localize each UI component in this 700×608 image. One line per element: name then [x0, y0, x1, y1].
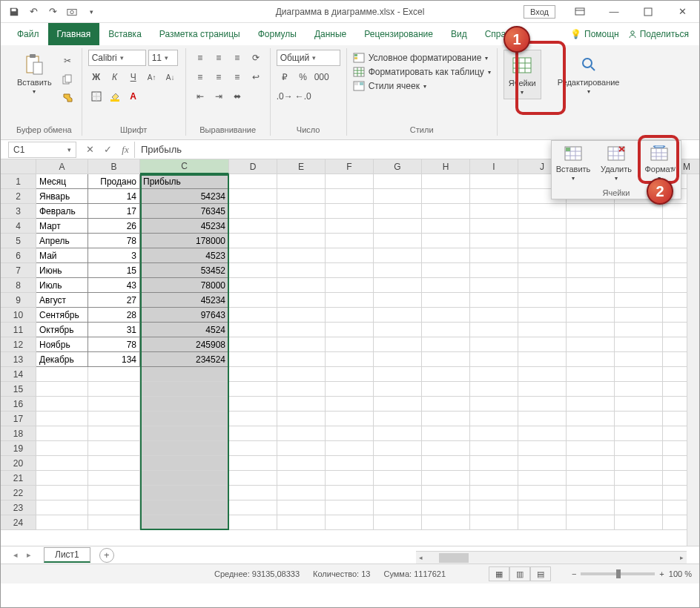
cell[interactable] — [229, 263, 277, 278]
cell[interactable] — [422, 308, 470, 323]
cell[interactable] — [422, 441, 470, 456]
cell[interactable] — [140, 515, 229, 530]
cell[interactable]: Январь — [36, 189, 88, 204]
cell[interactable] — [326, 441, 374, 456]
cell[interactable] — [567, 337, 615, 352]
decrease-decimal-icon[interactable]: ←.0 — [295, 88, 311, 105]
assistant-button[interactable]: 💡 Помощн — [570, 29, 619, 39]
cell[interactable] — [518, 248, 567, 263]
cell[interactable]: 97643 — [140, 308, 229, 323]
decrease-indent-icon[interactable]: ⇤ — [192, 88, 208, 105]
cell[interactable] — [422, 486, 470, 500]
cell[interactable] — [374, 367, 422, 382]
cell[interactable] — [229, 397, 277, 412]
cell[interactable] — [374, 456, 422, 471]
row-header[interactable]: 23 — [1, 500, 36, 515]
cell[interactable] — [567, 248, 615, 263]
cell[interactable] — [567, 219, 615, 234]
cell[interactable]: 17 — [88, 204, 140, 219]
cell[interactable] — [277, 456, 326, 471]
cell[interactable]: 78000 — [140, 278, 229, 293]
cell[interactable] — [422, 352, 470, 367]
cell[interactable] — [470, 308, 518, 323]
row-header[interactable]: 4 — [1, 219, 36, 234]
cell[interactable] — [518, 337, 567, 352]
cell[interactable] — [374, 426, 422, 441]
cell[interactable] — [326, 486, 374, 500]
cell[interactable] — [422, 397, 470, 412]
column-header[interactable]: D — [229, 159, 277, 174]
cell[interactable] — [615, 234, 663, 248]
cell[interactable] — [277, 515, 326, 530]
bold-button[interactable]: Ж — [88, 69, 105, 85]
cell[interactable] — [422, 234, 470, 248]
cell[interactable] — [374, 278, 422, 293]
cell[interactable] — [470, 515, 518, 530]
cell[interactable] — [277, 441, 326, 456]
cell[interactable] — [518, 234, 567, 248]
cell[interactable] — [422, 323, 470, 337]
cell[interactable] — [422, 426, 470, 441]
copy-icon[interactable] — [59, 71, 76, 87]
cell[interactable] — [277, 382, 326, 397]
undo-icon[interactable]: ↶ — [26, 4, 41, 19]
cell[interactable] — [326, 234, 374, 248]
cell[interactable] — [36, 456, 88, 471]
align-bottom-icon[interactable]: ≡ — [229, 50, 245, 66]
merge-icon[interactable]: ⬌ — [229, 88, 245, 105]
cell[interactable] — [518, 382, 567, 397]
cell[interactable]: 4524 — [140, 323, 229, 337]
cancel-formula-icon[interactable]: ✕ — [81, 142, 99, 158]
cell[interactable] — [567, 471, 615, 486]
cell[interactable]: Месяц — [36, 174, 88, 189]
row-header[interactable]: 18 — [1, 426, 36, 441]
cell[interactable] — [518, 219, 567, 234]
cell[interactable] — [277, 234, 326, 248]
cell[interactable] — [422, 219, 470, 234]
cell[interactable] — [518, 204, 567, 219]
cell[interactable] — [422, 412, 470, 426]
cell[interactable] — [140, 412, 229, 426]
cell[interactable] — [374, 337, 422, 352]
row-header[interactable]: 10 — [1, 308, 36, 323]
cell[interactable] — [470, 174, 518, 189]
cell[interactable] — [422, 471, 470, 486]
tab-view[interactable]: Вид — [442, 23, 476, 45]
cell[interactable] — [229, 204, 277, 219]
cell[interactable] — [615, 397, 663, 412]
cell[interactable] — [277, 426, 326, 441]
cell[interactable] — [326, 293, 374, 308]
cell[interactable] — [470, 248, 518, 263]
cell[interactable] — [140, 397, 229, 412]
cell[interactable] — [140, 367, 229, 382]
cell[interactable] — [277, 412, 326, 426]
cell[interactable] — [615, 382, 663, 397]
tab-insert[interactable]: Вставка — [99, 23, 151, 45]
align-center-icon[interactable]: ≡ — [211, 69, 227, 85]
italic-button[interactable]: К — [107, 69, 123, 85]
row-header[interactable]: 19 — [1, 441, 36, 456]
tab-review[interactable]: Рецензирование — [355, 23, 442, 45]
row-header[interactable]: 14 — [1, 367, 36, 382]
insert-cells-button[interactable]: Вставить▾ — [553, 144, 593, 187]
cell[interactable] — [567, 515, 615, 530]
cell[interactable] — [88, 471, 140, 486]
worksheet-grid[interactable]: ABCDEFGHIJKLMN1МесяцПроданоПрибыль2Январ… — [1, 159, 699, 546]
cell[interactable] — [229, 337, 277, 352]
cell[interactable] — [518, 367, 567, 382]
row-header[interactable]: 15 — [1, 382, 36, 397]
cell[interactable] — [374, 323, 422, 337]
cell[interactable] — [326, 248, 374, 263]
comma-icon[interactable]: 000 — [314, 69, 330, 85]
cell[interactable] — [88, 367, 140, 382]
cell[interactable] — [88, 397, 140, 412]
cell[interactable] — [229, 456, 277, 471]
tab-layout[interactable]: Разметка страницы — [151, 23, 249, 45]
delete-cells-button[interactable]: Удалить▾ — [596, 144, 636, 187]
cell[interactable] — [422, 382, 470, 397]
row-header[interactable]: 7 — [1, 263, 36, 278]
cells-dropdown-button[interactable]: Ячейки ▾ — [503, 50, 541, 99]
cell[interactable] — [615, 263, 663, 278]
share-button[interactable]: Поделиться — [628, 29, 689, 39]
cell[interactable] — [470, 367, 518, 382]
